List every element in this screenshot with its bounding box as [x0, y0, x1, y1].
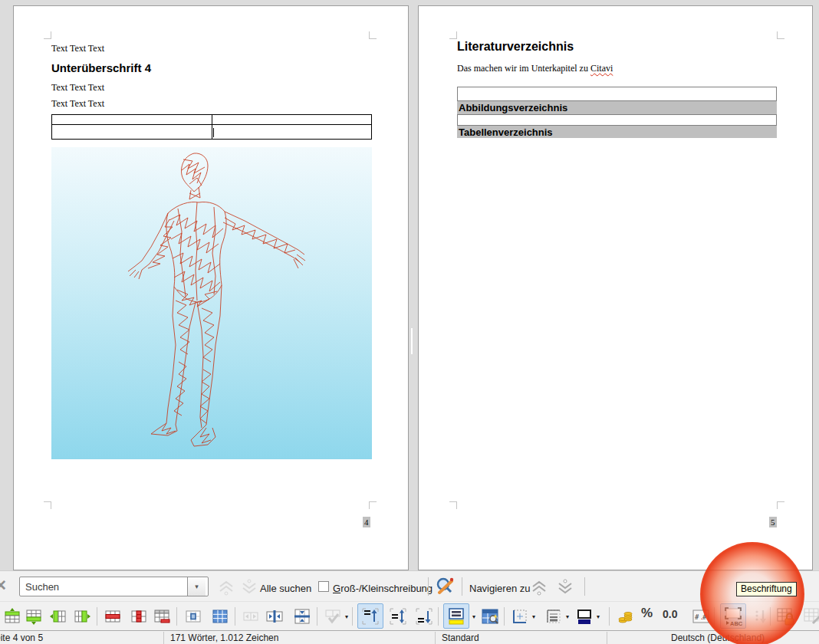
merge-cells-button	[240, 606, 261, 627]
separator	[428, 577, 429, 596]
border-color-button[interactable]	[574, 606, 595, 627]
wireframe-human-figure[interactable]	[51, 147, 372, 459]
table-cell[interactable]	[52, 115, 212, 125]
sort-descending-icon	[752, 607, 770, 626]
protect-cells-icon	[776, 606, 796, 626]
separator	[317, 607, 317, 626]
find-replace-icon[interactable]	[434, 576, 457, 597]
background-color-button[interactable]	[443, 603, 469, 629]
index-field-empty[interactable]	[457, 87, 777, 101]
align-center-vertical-button[interactable]	[387, 606, 409, 627]
search-combobox[interactable]: ▾	[19, 577, 209, 596]
select-cell-button[interactable]	[183, 606, 204, 627]
separator	[176, 607, 177, 626]
margin-corner-icon	[777, 31, 784, 39]
optimize-size-button	[322, 606, 344, 627]
status-bar: Seite 4 von 5 171 Wörter, 1.012 Zeichen …	[0, 630, 819, 644]
find-all-button[interactable]: Alle suchen	[260, 583, 311, 594]
index-heading-tabellenverzeichnis[interactable]: Tabellenverzeichnis	[457, 126, 777, 138]
table-cell[interactable]	[212, 125, 372, 140]
table-cell[interactable]	[212, 115, 372, 125]
page-info[interactable]: Seite 4 von 5	[0, 632, 43, 643]
border-style-button[interactable]	[543, 606, 564, 627]
find-next-icon	[240, 578, 258, 596]
decimal-format-button[interactable]: 0.0	[663, 608, 677, 620]
insert-row-below-icon	[25, 607, 43, 626]
autoformat-styles-icon	[481, 607, 499, 626]
navigate-by-label: Navigieren zu	[469, 583, 531, 594]
split-cells-horizontally-button[interactable]	[291, 606, 313, 627]
align-center-vertical-icon	[389, 607, 407, 626]
search-input[interactable]	[20, 581, 187, 593]
split-cells-vertically-button[interactable]	[264, 606, 285, 627]
chevron-down-icon[interactable]: ▾	[472, 613, 475, 620]
insert-column-right-button[interactable]	[71, 606, 93, 627]
navigate-next-icon[interactable]	[555, 577, 575, 597]
table-cell[interactable]	[52, 125, 212, 140]
close-icon[interactable]: ✕	[0, 577, 7, 594]
currency-format-button[interactable]	[615, 606, 636, 627]
document-table[interactable]	[51, 114, 372, 140]
subheading: Unterüberschrift 4	[51, 61, 151, 74]
insert-caption-button[interactable]: ABC	[720, 603, 746, 629]
page-4[interactable]: Text Text Text Unterüberschrift 4 Text T…	[13, 5, 409, 570]
index-field-empty[interactable]	[457, 114, 777, 126]
align-top-button[interactable]	[357, 603, 383, 629]
separator	[435, 632, 436, 644]
insert-row-above-button[interactable]	[2, 606, 23, 627]
svg-text:#: #	[702, 613, 707, 621]
unprotect-cells-icon	[803, 606, 819, 626]
separator	[462, 577, 462, 596]
chevron-down-icon[interactable]: ▾	[597, 613, 600, 620]
align-bottom-icon	[415, 607, 433, 626]
delete-column-button[interactable]	[128, 606, 150, 627]
svg-text:ABC: ABC	[730, 619, 743, 626]
margin-corner-icon	[369, 501, 377, 509]
separator	[235, 607, 235, 626]
page-number-field: 5	[769, 517, 777, 527]
margin-corner-icon	[449, 31, 457, 39]
unprotect-cells-button	[802, 606, 819, 627]
margin-corner-icon	[777, 501, 784, 509]
chevron-down-icon[interactable]: ▾	[532, 613, 535, 620]
chevron-down-icon[interactable]: ▾	[566, 613, 569, 620]
autoformat-styles-button[interactable]	[479, 606, 501, 627]
chapter-heading: Literaturverzeichnis	[457, 40, 574, 54]
insert-row-below-button[interactable]	[23, 606, 44, 627]
sort-descending-button	[750, 606, 771, 627]
insert-column-left-icon	[49, 607, 67, 626]
spellcheck-word: Citavi	[590, 63, 613, 74]
wireframe-human-svg	[51, 147, 372, 459]
document-area: Text Text Text Unterüberschrift 4 Text T…	[0, 0, 819, 570]
number-format-button[interactable]: # . #	[690, 606, 712, 627]
match-case-checkbox[interactable]	[318, 581, 329, 592]
currency-coins-icon	[617, 607, 635, 626]
separator	[163, 632, 164, 644]
chevron-down-icon[interactable]: ▾	[187, 577, 206, 596]
separator	[607, 632, 607, 644]
navigate-previous-icon[interactable]	[529, 577, 549, 597]
paragraph: Das machen wir im Unterkapitel zu Citavi	[457, 63, 613, 74]
language-selector[interactable]: Deutsch (Deutschland)	[671, 632, 765, 643]
separator	[504, 607, 505, 626]
page-style[interactable]: Standard	[442, 632, 479, 643]
separator	[609, 607, 610, 626]
protect-cells-button[interactable]	[775, 606, 797, 627]
separator	[97, 607, 97, 626]
paragraph: Text Text Text	[51, 43, 104, 54]
select-cell-icon	[184, 607, 202, 626]
index-heading-abbildungsverzeichnis[interactable]: Abbildungsverzeichnis	[457, 101, 777, 114]
delete-column-icon	[130, 607, 148, 626]
borders-button[interactable]	[509, 606, 531, 627]
percent-format-button[interactable]: %	[641, 606, 653, 621]
delete-row-icon	[104, 607, 122, 626]
merge-cells-icon	[242, 607, 260, 626]
delete-table-button[interactable]	[151, 606, 173, 627]
select-table-button[interactable]	[209, 606, 231, 627]
word-count[interactable]: 171 Wörter, 1.012 Zeichen	[170, 632, 278, 643]
page-5[interactable]: Literaturverzeichnis Das machen wir im U…	[418, 5, 813, 570]
delete-row-button[interactable]	[102, 606, 123, 627]
insert-column-left-button[interactable]	[48, 606, 69, 627]
align-bottom-button[interactable]	[413, 606, 435, 627]
caption-tooltip: Beschriftung	[736, 582, 797, 596]
